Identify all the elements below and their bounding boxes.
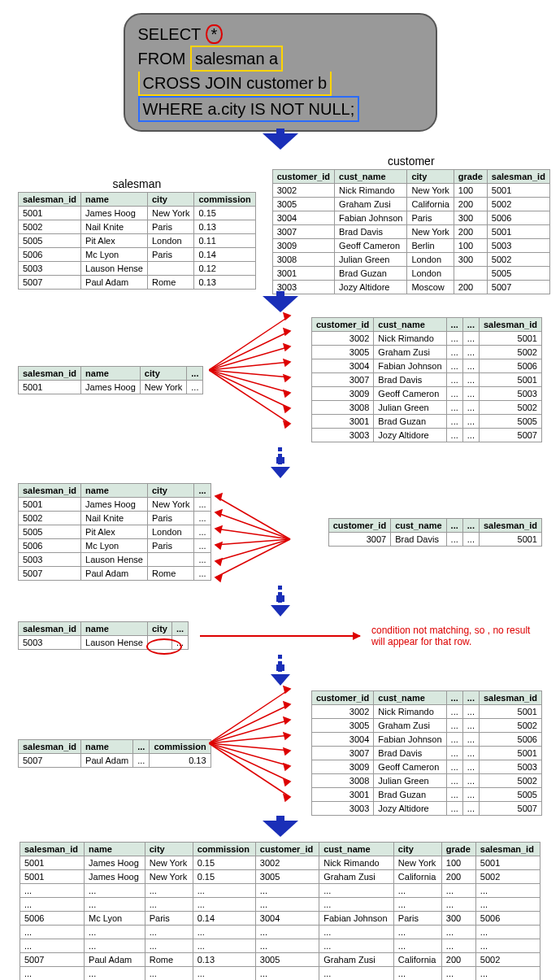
table-header-cell: ... bbox=[187, 366, 203, 380]
svg-marker-37 bbox=[284, 748, 290, 755]
table-cell: Mc Lyon bbox=[85, 912, 145, 926]
table-cell: 5002 bbox=[487, 198, 549, 211]
svg-marker-9 bbox=[284, 375, 290, 381]
svg-marker-29 bbox=[284, 686, 290, 693]
table-row: 3007Brad Davis......5001 bbox=[311, 747, 541, 760]
step4-pair: salesman_idname...commission 5007Paul Ad… bbox=[18, 690, 542, 816]
table-cell: 0.14 bbox=[193, 912, 255, 926]
table-cell: 5001 bbox=[479, 705, 541, 719]
table-cell: 200 bbox=[454, 281, 487, 294]
table-cell: Graham Zusi bbox=[335, 198, 407, 211]
table-cell: ... bbox=[319, 939, 394, 953]
table-cell: ... bbox=[20, 939, 85, 953]
table-cell: 5006 bbox=[20, 912, 85, 926]
table-cell: ... bbox=[194, 567, 211, 581]
table-cell: 5003 bbox=[19, 636, 81, 650]
table-row: 5001James HoogNew York0.153002Nick Riman… bbox=[20, 856, 540, 870]
svg-marker-43 bbox=[284, 795, 290, 801]
table-cell: 200 bbox=[441, 953, 475, 967]
table-cell: Paris bbox=[148, 220, 194, 234]
table-row: 3003Jozy Altidore......5007 bbox=[311, 429, 541, 442]
table-cell: ... bbox=[462, 346, 479, 359]
table-header-cell: customer_id bbox=[272, 170, 334, 184]
table-cell: ... bbox=[85, 939, 145, 953]
table-cell: ... bbox=[462, 532, 479, 546]
table-cell: ... bbox=[85, 884, 145, 898]
table-cell: 5002 bbox=[479, 719, 541, 733]
customer-table: customer_idcust_namecitygradesalesman_id… bbox=[272, 169, 550, 294]
table-cell: ... bbox=[85, 926, 145, 939]
table-cell: ... bbox=[475, 884, 540, 898]
table-cell: ... bbox=[446, 788, 462, 802]
table-cell: 3008 bbox=[311, 401, 373, 415]
table-header-cell: ... bbox=[462, 318, 479, 332]
table-header-cell: ... bbox=[133, 739, 150, 753]
table-row: 3004Fabian Johnson......5006 bbox=[311, 733, 541, 747]
table-cell: Brad Davis bbox=[374, 747, 446, 760]
table-cell: New York bbox=[148, 498, 194, 512]
table-cell: 3009 bbox=[272, 239, 334, 253]
table-cell: ... bbox=[319, 884, 394, 898]
table-cell: New York bbox=[393, 856, 441, 870]
flow-arrow-icon bbox=[271, 605, 290, 616]
table-cell: ... bbox=[462, 387, 479, 401]
svg-marker-21 bbox=[215, 526, 222, 533]
table-cell: ... bbox=[85, 898, 145, 912]
table-cell: ... bbox=[462, 705, 479, 719]
svg-marker-17 bbox=[215, 494, 222, 500]
table-cell: 3004 bbox=[272, 211, 334, 225]
table-cell: ... bbox=[193, 939, 255, 953]
table-row: 5001James HoogNew York... bbox=[19, 498, 211, 512]
svg-line-2 bbox=[209, 331, 290, 370]
table-cell: ... bbox=[462, 788, 479, 802]
svg-line-40 bbox=[209, 743, 290, 782]
table-row: 3005Graham Zusi......5002 bbox=[311, 346, 541, 359]
table-row: 3001Brad Guzan......5005 bbox=[311, 415, 541, 429]
svg-line-4 bbox=[209, 346, 290, 370]
table-cell: ... bbox=[319, 898, 394, 912]
table-cell: Berlin bbox=[407, 239, 454, 253]
table-cell: ... bbox=[85, 967, 145, 981]
table-cell: 5003 bbox=[19, 553, 81, 567]
table-cell: ... bbox=[462, 429, 479, 442]
table-cell: ... bbox=[446, 359, 462, 373]
table-header-cell: name bbox=[81, 739, 133, 753]
svg-marker-23 bbox=[215, 542, 222, 549]
svg-marker-13 bbox=[284, 406, 290, 412]
svg-marker-1 bbox=[284, 313, 290, 320]
svg-line-14 bbox=[209, 370, 290, 424]
table-cell: ... bbox=[441, 884, 475, 898]
table-cell: Nick Rimando bbox=[335, 184, 407, 198]
table-cell: 200 bbox=[441, 870, 475, 884]
table-cell: 3001 bbox=[311, 788, 373, 802]
table-cell: Fabian Johnson bbox=[374, 733, 446, 747]
table-cell: 200 bbox=[454, 198, 487, 211]
salesman-title: salesman bbox=[18, 177, 256, 190]
table-row: 3008Julian GreenLondon3005002 bbox=[272, 253, 549, 267]
table-cell: 3005 bbox=[255, 953, 319, 967]
table-cell: James Hoog bbox=[81, 207, 148, 220]
table-cell: 5001 bbox=[487, 225, 549, 239]
svg-line-18 bbox=[215, 512, 290, 539]
table-cell: ... bbox=[475, 967, 540, 981]
table-cell: ... bbox=[462, 733, 479, 747]
table-cell: Rome bbox=[148, 567, 194, 581]
table-cell: ... bbox=[187, 380, 203, 394]
table-cell: Pit Alex bbox=[81, 525, 148, 539]
table-row: 5001James HoogNew York0.15 bbox=[19, 207, 256, 220]
table-cell: 5005 bbox=[487, 267, 549, 281]
table-cell: California bbox=[393, 870, 441, 884]
table-cell: ... bbox=[194, 539, 211, 553]
table-header-cell: customer_id bbox=[328, 518, 390, 532]
flow-arrow-icon bbox=[263, 821, 298, 837]
table-cell: Mc Lyon bbox=[81, 248, 148, 262]
table-header-cell: city bbox=[148, 622, 172, 636]
table-cell: 300 bbox=[454, 253, 487, 267]
table-cell: 5002 bbox=[19, 220, 81, 234]
table-header-cell: name bbox=[81, 366, 141, 380]
table-cell: 5001 bbox=[19, 498, 81, 512]
table-cell: James Hoog bbox=[81, 380, 141, 394]
svg-marker-3 bbox=[284, 329, 290, 335]
table-row: 5006Mc LyonParis0.14 bbox=[19, 248, 256, 262]
table-cell: 5003 bbox=[487, 239, 549, 253]
